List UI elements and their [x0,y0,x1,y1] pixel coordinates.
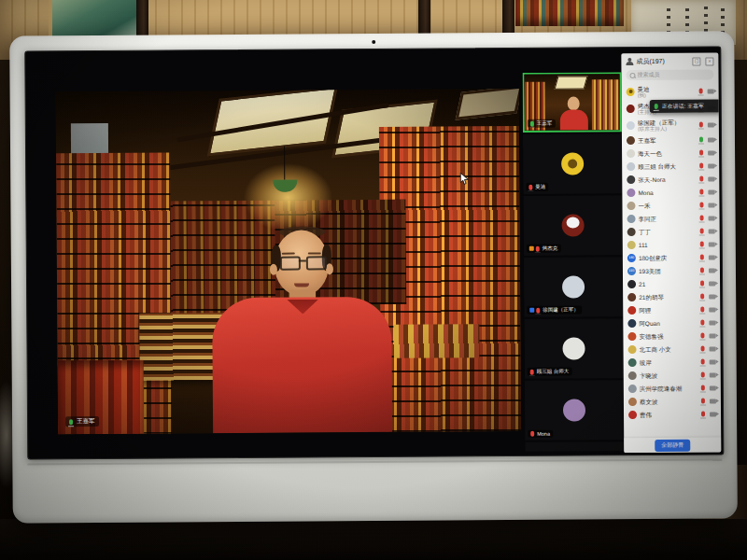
imac-monitor: 王嘉军 王嘉军 曼迪 [9,31,738,523]
tile-name: 曼迪 [535,184,545,190]
member-row[interactable]: 卞晓波 [624,368,721,382]
camera-off-icon[interactable] [710,399,716,403]
camera-off-icon[interactable] [709,255,715,259]
mic-icon[interactable] [701,385,705,391]
mic-icon[interactable] [700,294,704,300]
webcam-dot [372,40,375,44]
mic-icon[interactable] [699,163,703,169]
camera-off-icon[interactable] [710,372,716,377]
mic-icon[interactable] [699,150,703,156]
mute-all-button[interactable]: 全部静音 [655,439,690,451]
mic-icon[interactable] [699,122,703,128]
mic-icon[interactable] [701,346,705,352]
mic-icon[interactable] [699,203,703,208]
member-row[interactable]: 阿狸 [623,302,720,316]
camera-off-icon[interactable] [709,307,715,312]
camera-off-icon[interactable] [708,150,714,155]
camera-off-icon[interactable] [709,268,715,273]
video-tile[interactable]: 曼迪 [523,133,622,194]
member-row[interactable]: 111 [623,237,720,251]
avatar [627,241,636,249]
member-row[interactable]: 徐国建（正军）(联席主持人) [622,116,719,133]
bookshelf-top [515,0,624,26]
member-row[interactable]: Mona [622,185,719,199]
mic-icon[interactable] [700,216,704,221]
camera-off-icon[interactable] [710,359,716,364]
mic-icon[interactable] [699,189,703,195]
camera-off-icon[interactable] [708,89,714,93]
camera-off-icon[interactable] [709,294,715,299]
member-row[interactable]: 21的胡琴 [623,289,720,303]
member-row[interactable]: 王嘉军 [622,133,719,147]
camera-off-icon[interactable] [709,242,715,246]
member-row[interactable]: 北工商 小文 [623,342,720,356]
mic-icon[interactable] [700,242,704,247]
close-icon[interactable]: × [705,57,713,65]
mic-icon[interactable] [701,359,705,365]
member-row[interactable]: 曼迪(我) [622,82,719,100]
camera-off-icon[interactable] [710,412,716,416]
member-row[interactable]: 顾三姐 台师大 [622,159,719,173]
mic-icon[interactable] [701,399,705,404]
camera-off-icon[interactable] [709,229,715,233]
camera-off-icon[interactable] [708,122,714,127]
member-row[interactable]: 张天-Nora [622,172,719,186]
member-row[interactable]: 蔡文波 [624,394,721,408]
popout-icon[interactable]: ⊡ [692,57,700,65]
member-row[interactable]: 曹伟 [624,407,721,421]
main-speaker-video[interactable]: 王嘉军 [56,89,522,434]
mic-icon[interactable] [700,307,704,313]
member-search-input[interactable]: 搜索成员 [626,69,713,80]
mic-icon[interactable] [700,320,704,326]
video-tile-partial[interactable] [525,441,624,452]
video-tile-active[interactable]: 王嘉军 [522,72,621,133]
camera-off-icon[interactable] [708,203,714,207]
desk [0,519,747,560]
member-row[interactable]: 193193美团 [623,263,720,277]
member-row[interactable]: 阿Quan [623,315,720,329]
avatar [627,202,635,210]
camera-off-icon[interactable] [709,320,715,325]
camera-off-icon[interactable] [708,189,714,194]
photo-of-monitor: 王嘉军 王嘉军 曼迪 [0,0,747,560]
camera-off-icon[interactable] [708,137,714,142]
mic-on-icon [655,104,658,109]
camera-off-icon[interactable] [708,176,714,181]
avatar [628,398,637,406]
video-tile[interactable]: 烤杰克 [523,195,622,256]
mic-icon[interactable] [701,412,705,417]
member-row[interactable]: 安德鲁强 [623,329,720,343]
mic-icon[interactable] [700,255,704,260]
member-row[interactable]: 彼岸 [624,355,721,369]
avatar [627,280,636,288]
video-tile[interactable]: 徐国建（正军） [524,257,623,317]
video-tile[interactable]: 顾三姐 台师大 [524,318,623,379]
camera-off-icon[interactable] [709,281,715,286]
mic-icon[interactable] [700,281,704,287]
camera-off-icon[interactable] [709,333,715,338]
mic-icon[interactable] [699,89,703,94]
member-row[interactable]: 李同正 [623,211,720,225]
mic-icon[interactable] [699,137,703,143]
camera-off-icon[interactable] [708,163,714,168]
video-tile[interactable]: Mona [525,380,624,441]
avatar [627,228,636,236]
mic-icon[interactable] [700,229,704,234]
mic-icon[interactable] [699,176,703,182]
mic-icon[interactable] [700,333,704,339]
member-row[interactable]: 180180创意庆 [623,250,720,264]
members-panel: 成员(197) ⊡ × 搜索成员 曼迪(我) 烤杰克(主持人) 徐国建（正军）(… [621,52,721,453]
member-row[interactable]: 丁丁 [623,224,720,238]
mic-muted-icon [536,245,540,251]
camera-off-icon[interactable] [710,385,716,390]
member-row[interactable]: 一禾 [622,198,719,212]
tile-name: 王嘉军 [537,120,553,127]
camera-off-icon[interactable] [709,216,715,220]
mouse-cursor [459,172,469,189]
mic-icon[interactable] [700,268,704,273]
member-row[interactable]: 21 [623,276,720,290]
mic-icon[interactable] [701,372,705,378]
camera-off-icon[interactable] [710,346,716,351]
member-row[interactable]: 滨州学院逢春潮 [624,381,721,395]
member-row[interactable]: 海天一色 [622,146,719,160]
